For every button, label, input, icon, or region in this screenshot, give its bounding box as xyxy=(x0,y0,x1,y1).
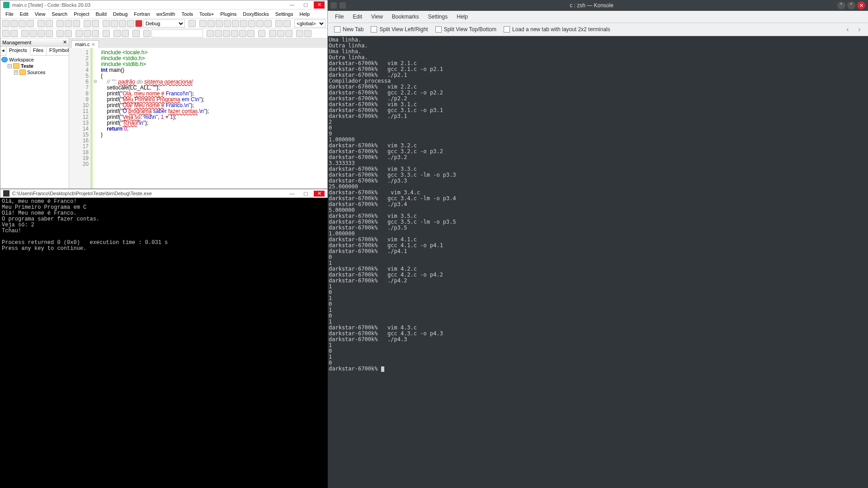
misc1-icon[interactable] xyxy=(296,30,303,37)
build-target-select[interactable]: Debug xyxy=(143,19,185,28)
misc2-icon[interactable] xyxy=(304,30,311,37)
konsole-close-button[interactable]: ✕ xyxy=(857,1,865,9)
doxy3-icon[interactable] xyxy=(92,30,99,37)
pin-icon[interactable] xyxy=(340,2,346,9)
konsole-output[interactable]: Uma linha. Outra linha. Uma linha. Outra… xyxy=(328,36,868,488)
debug-windows-icon[interactable] xyxy=(275,20,283,27)
info-icon[interactable] xyxy=(283,20,291,27)
cmd-output[interactable]: Olá, meu nome é Franco! Meu Primeiro Pro… xyxy=(0,198,328,370)
doxy2-icon[interactable] xyxy=(84,30,91,37)
debug-continue-icon[interactable] xyxy=(199,20,207,27)
select-icon[interactable] xyxy=(103,30,110,37)
maximize-button[interactable]: ▢ xyxy=(300,1,311,9)
fold-margin[interactable]: ⊟ xyxy=(93,48,98,188)
save-icon[interactable] xyxy=(19,20,26,27)
menu-settings[interactable]: Settings xyxy=(272,11,297,17)
build-icon[interactable] xyxy=(103,20,110,27)
forward-icon[interactable] xyxy=(10,30,18,37)
tab-projects[interactable]: Projects xyxy=(6,47,30,56)
menu-fortran[interactable]: Fortran xyxy=(131,11,153,17)
cut-icon[interactable] xyxy=(57,20,64,27)
text2-icon[interactable] xyxy=(277,30,284,37)
next-bookmark-icon[interactable] xyxy=(38,30,45,37)
management-close-icon[interactable]: ✕ xyxy=(63,39,67,45)
split-tb-button[interactable]: Split View Top/Bottom xyxy=(432,25,500,34)
kmenu-file[interactable]: File xyxy=(330,14,348,20)
abort-icon[interactable] xyxy=(135,20,142,27)
cb-titlebar[interactable]: main.c [Teste] - Code::Blocks 20.03 — ▢ … xyxy=(0,0,327,9)
menu-wxsmith[interactable]: wxSmith xyxy=(153,11,179,17)
next-line-icon[interactable] xyxy=(216,20,223,27)
layout-2x2-button[interactable]: Load a new tab with layout 2x2 terminals xyxy=(500,25,614,34)
copy-icon[interactable] xyxy=(65,20,72,27)
kmenu-bookmarks[interactable]: Bookmarks xyxy=(387,14,424,20)
split-lr-button[interactable]: Split View Left/Right xyxy=(367,25,431,34)
nav-prev-icon[interactable] xyxy=(113,30,121,37)
text-icon[interactable] xyxy=(269,30,276,37)
rebuild-icon[interactable] xyxy=(127,20,134,27)
kmenu-settings[interactable]: Settings xyxy=(424,14,452,20)
code-content[interactable]: #include <locale.h>#include <stdio.h>#in… xyxy=(98,48,327,188)
new-file-icon[interactable] xyxy=(2,20,9,27)
paste-icon[interactable] xyxy=(73,20,80,27)
new-tab-button[interactable]: New Tab xyxy=(330,25,367,34)
match-case-icon[interactable] xyxy=(231,30,238,37)
bookmark-icon[interactable] xyxy=(21,30,28,37)
step-out-icon[interactable] xyxy=(232,20,239,27)
menu-edit[interactable]: Edit xyxy=(17,11,32,17)
close-button[interactable]: ✕ xyxy=(314,1,325,9)
kmenu-view[interactable]: View xyxy=(367,14,387,20)
run-to-cursor-icon[interactable] xyxy=(208,20,215,27)
menu-tools[interactable]: Tools xyxy=(178,11,196,17)
undo-icon[interactable] xyxy=(38,20,45,27)
minimize-button[interactable]: — xyxy=(287,1,297,9)
konsole-titlebar[interactable]: c : zsh — Konsole ˅ ˄ ✕ xyxy=(328,0,868,11)
tree-sources[interactable]: +Sources xyxy=(1,69,68,75)
clear-bookmarks-icon[interactable] xyxy=(46,30,53,37)
jump-icon[interactable] xyxy=(57,30,64,37)
text3-icon[interactable] xyxy=(285,30,292,37)
run-icon[interactable] xyxy=(111,20,118,27)
highlight-icon[interactable] xyxy=(223,30,230,37)
editor-tab-main[interactable]: main.c ✕ xyxy=(71,40,99,48)
cmd-close-button[interactable]: ✕ xyxy=(314,191,325,197)
jump-back-icon[interactable] xyxy=(65,30,72,37)
tab-files[interactable]: Files xyxy=(30,47,47,55)
code-editor[interactable]: 1234567891011121314151617181920 ⊟ #inclu… xyxy=(69,48,327,188)
nav-next-icon[interactable] xyxy=(122,30,129,37)
menu-help[interactable]: Help xyxy=(296,11,313,17)
cmd-minimize-button[interactable]: — xyxy=(287,191,297,197)
stop-icon[interactable] xyxy=(264,20,272,27)
konsole-maximize-button[interactable]: ˄ xyxy=(847,1,855,9)
search-input[interactable] xyxy=(151,29,203,38)
nav-next-icon[interactable]: › xyxy=(854,25,865,33)
open-icon[interactable] xyxy=(10,20,18,27)
nav-prev-icon[interactable]: ‹ xyxy=(842,25,854,33)
next-instr-icon[interactable] xyxy=(240,20,247,27)
last-jump-icon[interactable] xyxy=(132,30,140,37)
menu-search[interactable]: Search xyxy=(48,11,71,17)
menu-tools-plus[interactable]: Tools+ xyxy=(196,11,217,17)
menu-debug[interactable]: Debug xyxy=(110,11,131,17)
konsole-minimize-button[interactable]: ˅ xyxy=(837,1,845,9)
kmenu-help[interactable]: Help xyxy=(452,14,472,20)
menu-project[interactable]: Project xyxy=(71,11,92,17)
doxy-icon[interactable] xyxy=(75,30,83,37)
find-icon[interactable] xyxy=(84,20,91,27)
replace-icon[interactable] xyxy=(92,20,99,27)
break-icon[interactable] xyxy=(256,20,264,27)
tree-project[interactable]: −Teste xyxy=(1,63,68,69)
menu-view[interactable]: View xyxy=(32,11,49,17)
scope-select[interactable]: <global> xyxy=(294,19,326,28)
step-into-icon[interactable] xyxy=(224,20,231,27)
cmd-maximize-button[interactable]: ▢ xyxy=(300,191,311,197)
menu-build[interactable]: Build xyxy=(92,11,109,17)
prev-bookmark-icon[interactable] xyxy=(29,30,37,37)
ptr-icon[interactable] xyxy=(258,30,265,37)
menu-plugins[interactable]: Plugins xyxy=(217,11,240,17)
menu-doxyblocks[interactable]: DoxyBlocks xyxy=(240,11,272,17)
step-instr-icon[interactable] xyxy=(248,20,255,27)
editor-tab-close-icon[interactable]: ✕ xyxy=(91,42,95,47)
build-run-icon[interactable] xyxy=(119,20,126,27)
regex-icon[interactable] xyxy=(247,30,255,37)
